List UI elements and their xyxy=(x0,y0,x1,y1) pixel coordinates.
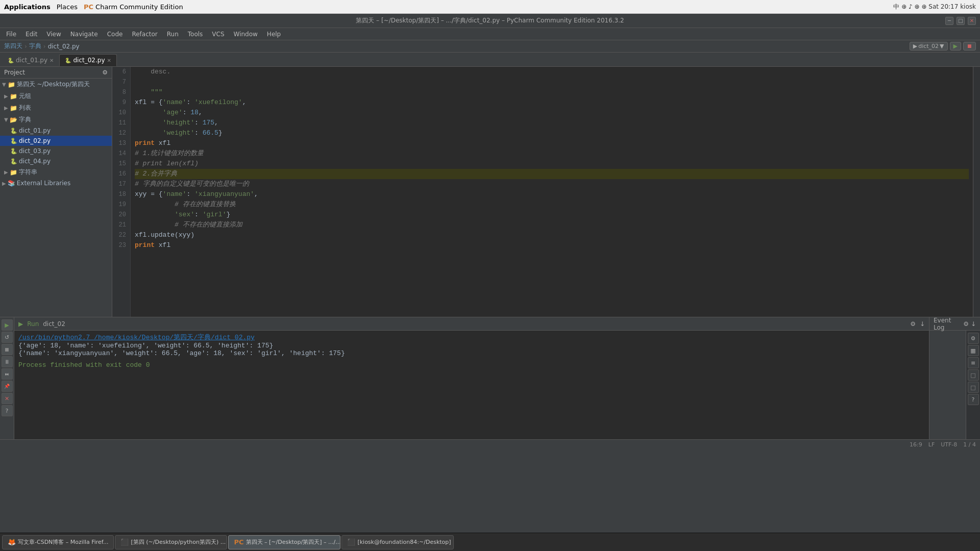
tab-dict01[interactable]: 🐍 dict_01.py ✕ xyxy=(2,54,59,66)
event-log-icon3[interactable]: ≡ xyxy=(968,357,979,368)
breadcrumb-sep1: › xyxy=(24,43,27,50)
event-log-minimize-icon[interactable]: ↓ xyxy=(971,320,976,328)
code-line-13: print xfl xyxy=(135,138,969,148)
event-log-icon-help[interactable]: ? xyxy=(968,394,979,405)
run-play-button[interactable]: ▶ xyxy=(2,319,13,331)
tab-dict02-label: dict_02.py xyxy=(73,57,105,64)
firefox-icon: 🦊 xyxy=(8,538,16,546)
menu-navigate[interactable]: Navigate xyxy=(66,30,102,39)
menu-view[interactable]: View xyxy=(42,30,65,39)
taskbar-pycharm[interactable]: PC 第四天 – [~/Desktop/第四天] – .../... xyxy=(228,535,340,549)
taskbar-terminal1[interactable]: ⬛ [第四 (~/Desktop/python第四天) ... xyxy=(115,535,227,549)
event-log-header: Event Log ⚙ ↓ xyxy=(929,317,980,331)
code-line-21: # 不存在的键直接添加 xyxy=(135,220,969,230)
run-settings-icon[interactable]: ⚙ xyxy=(910,320,916,328)
event-log-icons: ⚙ ▦ ≡ □ □ ? xyxy=(966,331,980,439)
menu-edit[interactable]: Edit xyxy=(21,30,41,39)
dict03-label: dict_03.py xyxy=(19,147,51,155)
close-button[interactable]: ✕ xyxy=(968,17,976,25)
pycharm-brand: PC Charm Community Edition xyxy=(84,3,183,11)
run-config-selector[interactable]: ▶ dict_02 ▼ xyxy=(910,42,948,51)
tree-liebiao[interactable]: ▶ 📁 列表 xyxy=(0,102,112,114)
tree-dict01[interactable]: 🐍 dict_01.py xyxy=(0,126,112,136)
menu-vcs[interactable]: VCS xyxy=(208,30,228,39)
tab-dict02-close[interactable]: ✕ xyxy=(107,58,111,63)
run-stop-button[interactable]: ⏹ xyxy=(2,344,13,355)
linenum-17: 17 xyxy=(116,179,126,189)
event-log-panel: Event Log ⚙ ↓ ⚙ ▦ ≡ □ □ ? xyxy=(929,317,980,439)
code-line-16: # 2.合并字典 xyxy=(135,169,969,179)
run-step-button[interactable]: ⏭ xyxy=(2,368,13,380)
applications-menu[interactable]: Applications xyxy=(4,3,51,11)
run-minimize-icon[interactable]: ↓ xyxy=(920,320,925,328)
tree-extlib[interactable]: ▶ 📚 External Libraries xyxy=(0,178,112,188)
taskbar-left: 🦊 写文章-CSDN博客 – Mozilla Firef... ⬛ [第四 (~… xyxy=(2,535,454,549)
run-pause-button[interactable]: ⏸ xyxy=(2,356,13,367)
tree-dict04[interactable]: 🐍 dict_04.py xyxy=(0,156,112,166)
tree-dict02[interactable]: 🐍 dict_02.py xyxy=(0,136,112,146)
panel-settings-icon[interactable]: ⚙ xyxy=(102,69,108,76)
menu-window[interactable]: Window xyxy=(230,30,262,39)
run-command-link[interactable]: /usr/bin/python2.7 /home/kiosk/Desktop/第… xyxy=(18,334,255,341)
event-log-icon2[interactable]: ▦ xyxy=(968,345,979,356)
linenum-7: 7 xyxy=(116,77,126,87)
linenum-14: 14 xyxy=(116,148,126,159)
tree-zifuchuan[interactable]: ▶ 📁 字符串 xyxy=(0,166,112,178)
tree-root[interactable]: ▼ 📁 第四天 ~/Desktop/第四天 xyxy=(0,79,112,90)
menu-file[interactable]: File xyxy=(2,30,20,39)
editor-area[interactable]: 6 7 8 9 10 11 12 13 14 15 16 17 18 19 20… xyxy=(112,67,973,317)
menu-tools[interactable]: Tools xyxy=(184,30,207,39)
minimize-button[interactable]: ─ xyxy=(945,17,953,25)
title-bar: 第四天 – [~/Desktop/第四天] – .../字典/dict_02.p… xyxy=(0,14,980,28)
menu-help[interactable]: Help xyxy=(263,30,285,39)
event-log-icon4[interactable]: □ xyxy=(968,369,979,381)
taskbar-terminal2-label: [kiosk@foundation84:~/Desktop] xyxy=(357,539,451,545)
tree-dict03[interactable]: 🐍 dict_03.py xyxy=(0,146,112,156)
status-encoding[interactable]: UTF-8 xyxy=(941,441,957,448)
window-title: 第四天 – [~/Desktop/第四天] – .../字典/dict_02.p… xyxy=(356,16,624,25)
places-menu[interactable]: Places xyxy=(57,3,78,11)
py-file-icon-active: 🐍 xyxy=(65,58,71,63)
tab-dict01-close[interactable]: ✕ xyxy=(50,58,54,63)
dict04-label: dict_04.py xyxy=(19,158,51,165)
editor-scrollbar[interactable] xyxy=(973,67,980,317)
code-line-7 xyxy=(135,77,969,87)
run-exit-msg: Process finished with exit code 0 xyxy=(18,361,925,369)
run-pin-button[interactable]: 📌 xyxy=(2,381,13,392)
taskbar-firefox[interactable]: 🦊 写文章-CSDN博客 – Mozilla Firef... xyxy=(2,535,114,549)
event-log-icon5[interactable]: □ xyxy=(968,382,979,393)
root-folder-icon: 📁 xyxy=(8,81,15,88)
run-rerun-button[interactable]: ↺ xyxy=(2,332,13,343)
event-log-content xyxy=(929,331,966,439)
linenum-6: 6 xyxy=(116,67,126,77)
menu-run[interactable]: Run xyxy=(163,30,183,39)
breadcrumb-folder[interactable]: 字典 xyxy=(29,42,41,51)
event-log-settings-icon[interactable]: ⚙ xyxy=(963,320,969,328)
taskbar-pycharm-label: 第四天 – [~/Desktop/第四天] – .../... xyxy=(246,538,341,546)
linenum-16: 16 xyxy=(116,169,126,179)
code-content: 6 7 8 9 10 11 12 13 14 15 16 17 18 19 20… xyxy=(112,67,973,317)
breadcrumb-file[interactable]: dict_02.py xyxy=(48,43,80,50)
maximize-button[interactable]: □ xyxy=(957,17,965,25)
menu-refactor[interactable]: Refactor xyxy=(128,30,161,39)
breadcrumb-root[interactable]: 第四天 xyxy=(4,42,22,51)
menu-code[interactable]: Code xyxy=(103,30,127,39)
run-output-text1: {'age': 18, 'name': 'xuefeilong', 'weigh… xyxy=(18,342,273,349)
status-position[interactable]: 16:9 xyxy=(910,441,922,448)
run-label: Run xyxy=(27,320,39,328)
event-log-icon1[interactable]: ⚙ xyxy=(968,333,979,344)
code-line-8: """ xyxy=(135,87,969,97)
taskbar-terminal2[interactable]: ⬛ [kiosk@foundation84:~/Desktop] xyxy=(341,535,454,549)
tab-dict02[interactable]: 🐍 dict_02.py ✕ xyxy=(59,54,116,66)
run-close-button[interactable]: ✕ xyxy=(2,393,13,404)
tree-yuanzu[interactable]: ▶ 📁 元组 xyxy=(0,90,112,102)
tree-zidian[interactable]: ▼ 📂 字典 xyxy=(0,114,112,126)
stop-button[interactable]: ⏹ xyxy=(963,42,976,51)
run-button[interactable]: ▶ xyxy=(950,42,961,51)
breadcrumb-sep2: › xyxy=(43,43,46,50)
bottom-area: ▶ ↺ ⏹ ⏸ ⏭ 📌 ✕ ? ▶ Run dict_02 ⚙ ↓ /usr/b… xyxy=(0,317,980,439)
taskbar-terminal1-label: [第四 (~/Desktop/python第四天) ... xyxy=(131,538,226,546)
status-right: 16:9 LF UTF-8 1 / 4 xyxy=(910,441,976,448)
run-help-button[interactable]: ? xyxy=(2,405,13,416)
status-lf[interactable]: LF xyxy=(928,441,935,448)
